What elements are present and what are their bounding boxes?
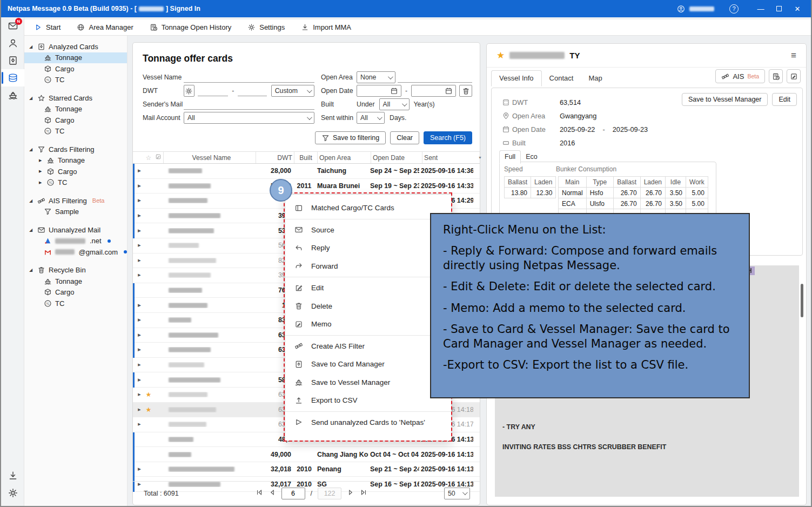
sidebar-item-cargo[interactable]: ▶Cargo [24,166,127,177]
search-button[interactable]: Search (F5) [424,131,472,144]
menu-item-reply[interactable]: Reply [285,239,451,257]
menu-item-forward[interactable]: Forward [285,257,451,276]
mail-account-select[interactable]: All [184,112,314,124]
built-select[interactable]: All [379,98,410,110]
table-row[interactable]: ▶32,0182010PenangSep 21 ~ Sep 242025-09-… [133,462,480,477]
sidebar-item-mail-account[interactable]: .net [24,236,127,247]
menu-item-export-to-csv[interactable]: Export to CSV [285,391,451,410]
rail-item-ship-icon[interactable] [1,86,24,104]
menu-item-source[interactable]: Source [285,221,451,239]
expand-arrow-icon[interactable]: ▶ [135,318,144,322]
sidebar-item-tonnage[interactable]: Tonnage [24,276,127,287]
senders-mail-input[interactable] [184,99,314,110]
table-row[interactable]: ▶28,000TaichungSep 24 ~ Sep 252025-09-16… [133,164,480,179]
memo-button[interactable] [787,69,801,83]
page-input[interactable] [281,488,305,499]
sidebar-section-recycle-bin[interactable]: ◢Recycle Bin [24,265,127,276]
sidebar-item-tonnage[interactable]: Tonnage [24,52,127,64]
sidebar-item-sample[interactable]: Sample [24,206,127,218]
sidebar-section-starred-cards[interactable]: ◢Starred Cards [24,92,127,104]
tree-expand-icon[interactable]: ◢ [29,96,34,101]
menu-item-create-ais-filter[interactable]: Create AIS Filter [285,337,451,356]
expand-arrow-icon[interactable]: ▶ [135,169,144,173]
sidebar-item-tc[interactable]: TCTC [24,75,127,86]
toolbar-item-import-mma[interactable]: Import MMA [301,23,351,31]
maximize-button[interactable] [770,0,788,17]
menu-item-memo[interactable]: Memo [285,315,451,333]
open-area-select[interactable]: None [357,71,395,83]
toolbar-item-start[interactable]: Start [34,23,61,31]
table-row[interactable]: ▶57,0002011Muara BruneiSep 19 ~ Sep 2320… [133,179,480,194]
open-date-from-input[interactable] [357,85,401,97]
tree-collapsed-icon[interactable]: ▶ [39,181,43,185]
expand-arrow-icon[interactable]: ▶ [135,422,144,426]
tree-expand-icon[interactable]: ◢ [29,198,34,203]
dwt-settings-button[interactable] [184,85,194,97]
open-area-input[interactable] [398,72,472,83]
sidebar-item-cargo[interactable]: Cargo [24,63,127,75]
tree-expand-icon[interactable]: ◢ [29,228,34,232]
last-page-button[interactable] [360,489,367,498]
expand-arrow-icon[interactable]: ▶ [135,467,144,471]
star-icon[interactable]: ★ [496,50,505,61]
tree-expand-icon[interactable]: ◢ [29,147,34,152]
column-header-dwt[interactable]: DWT [256,154,294,162]
clear-button[interactable]: Clear [390,131,419,144]
sidebar-item-tc[interactable]: TCTC [24,298,127,309]
hamburger-menu-icon[interactable]: ≡ [791,50,796,61]
expand-arrow-icon[interactable]: ▶ [135,378,144,382]
expand-arrow-icon[interactable]: ▶ [135,243,144,248]
toolbar-item-settings[interactable]: Settings [247,23,285,31]
menu-item-save-to-card-manager[interactable]: Save to Card Manager [285,355,451,373]
sidebar-item-cargo[interactable]: Cargo [24,287,127,298]
sidebar-item-mail-account[interactable]: @gmail.com [24,246,127,258]
dwt-from-input[interactable] [198,85,229,96]
first-page-button[interactable] [256,489,263,498]
help-button[interactable]: ? [729,4,739,14]
sidebar-item-tonnage[interactable]: Tonnage [24,104,127,115]
prev-page-button[interactable] [269,489,276,498]
sidebar-item-cargo[interactable]: Cargo [24,115,127,126]
next-page-button[interactable] [347,489,354,498]
toolbar-item-tonnage-open-history[interactable]: Tonnage Open History [150,23,231,31]
star-icon[interactable]: ★ [144,391,153,398]
tree-collapsed-icon[interactable]: ▶ [39,169,43,174]
open-history-button[interactable] [769,69,783,83]
expand-arrow-icon[interactable]: ▶ [135,333,144,337]
open-date-to-input[interactable] [411,85,456,97]
toolbar-item-area-manager[interactable]: Area Manager [77,23,133,31]
page-size-select[interactable]: 50 [444,488,470,499]
star-column-header[interactable]: ☆ [144,154,153,162]
expand-arrow-icon[interactable]: ▶ [135,392,144,397]
titlebar-user[interactable] [677,5,715,13]
expand-arrow-icon[interactable]: ▶ [135,184,144,188]
rail-item-gear-icon[interactable] [1,484,24,502]
tree-collapsed-icon[interactable]: ▶ [39,158,43,163]
dwt-to-input[interactable] [238,85,266,96]
expand-arrow-icon[interactable]: ▶ [135,408,144,412]
expand-arrow-icon[interactable]: ▶ [135,198,144,203]
dwt-preset-select[interactable]: Custom [271,85,314,97]
expand-arrow-icon[interactable]: ▶ [135,229,144,233]
column-header-built[interactable]: Built [294,154,317,162]
edit-button[interactable]: Edit [772,93,797,106]
menu-item-save-to-vessel-manager[interactable]: Save to Vessel Manager [285,373,451,392]
open-date-clear-button[interactable] [459,85,472,97]
sidebar-section-analyzed-cards[interactable]: ◢Analyzed Cards [24,41,127,52]
tab-contact[interactable]: Contact [542,71,581,86]
tab-vessel-info[interactable]: Vessel Info [491,70,542,86]
tree-expand-icon[interactable]: ◢ [29,44,34,49]
menu-item-matched-cargo-tc-cards[interactable]: Matched Cargo/TC Cards [285,199,451,217]
filter-caret-icon[interactable]: ▼ [477,156,484,159]
rail-item-cards-icon[interactable] [1,69,24,86]
column-header-sent[interactable]: Sent [422,154,477,162]
column-header-open-area[interactable]: Open Area [318,154,371,162]
column-header-vessel-name[interactable]: Vessel Name [164,154,256,162]
vessel-name-input[interactable] [184,72,314,83]
star-icon[interactable]: ★ [144,406,153,413]
rail-item-card-manager-icon[interactable] [1,52,24,69]
menu-item-send-unanalyzed-cards-to-netpas-[interactable]: Send unanalyzed Cards to 'Netpas' [285,413,451,432]
ais-button[interactable]: AIS Beta [715,69,765,83]
scrollbar-thumb[interactable] [801,284,803,317]
sidebar-item-tc[interactable]: TCTC [24,126,127,137]
